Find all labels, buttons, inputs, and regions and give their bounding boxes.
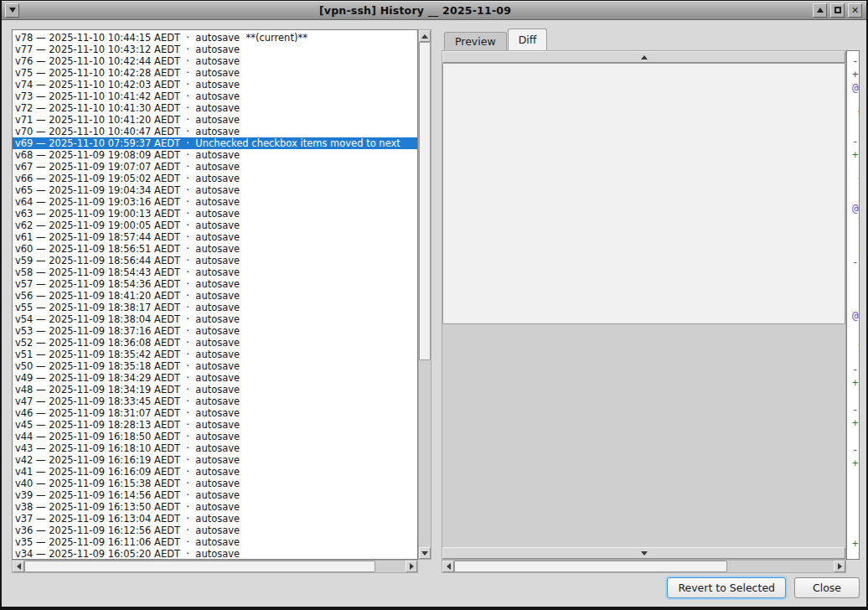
window-body: v78 — 2025-11-10 10:44:15 AEDT · autosav…: [2, 20, 866, 607]
history-row[interactable]: v60 — 2025-11-09 18:56:51 AEDT · autosav…: [15, 243, 417, 255]
diff-line: [852, 430, 859, 443]
history-row[interactable]: v42 — 2025-11-09 16:16:19 AEDT · autosav…: [15, 454, 417, 466]
close-icon: ✕: [851, 6, 859, 15]
history-row[interactable]: v51 — 2025-11-09 18:35:42 AEDT · autosav…: [15, 349, 417, 360]
diff-panel: Preview Diff --- current+++ selected@@ -…: [442, 28, 860, 573]
history-row[interactable]: v38 — 2025-11-09 16:13:50 AEDT · autosav…: [15, 501, 417, 513]
history-row[interactable]: v62 — 2025-11-09 19:00:05 AEDT · autosav…: [15, 220, 417, 231]
scroll-left-button[interactable]: [442, 561, 454, 572]
history-row[interactable]: v73 — 2025-11-10 10:41:42 AEDT · autosav…: [15, 90, 417, 102]
history-row[interactable]: v44 — 2025-11-09 16:18:50 AEDT · autosav…: [15, 431, 417, 442]
history-row[interactable]: v66 — 2025-11-09 19:05:02 AEDT · autosav…: [15, 173, 417, 184]
tab-diff[interactable]: Diff: [508, 28, 548, 50]
history-row[interactable]: v56 — 2025-11-09 18:41:20 AEDT · autosav…: [15, 290, 417, 302]
diff-text[interactable]: --- current+++ selected@@ -2,7 +2,7 @@ W…: [846, 50, 860, 560]
close-button[interactable]: Close: [794, 577, 860, 598]
scrollbar-track[interactable]: [442, 63, 845, 547]
history-row[interactable]: v36 — 2025-11-09 16:12:56 AEDT · autosav…: [15, 525, 417, 536]
diff-line: - You can search for words on all pages,…: [852, 403, 859, 416]
diff-line: @@ -13,7 +13,6 @@: [852, 202, 859, 215]
history-panel: v78 — 2025-11-10 10:44:15 AEDT · autosav…: [12, 29, 431, 573]
close-window-button[interactable]: ✕: [848, 3, 862, 18]
history-row[interactable]: v74 — 2025-11-10 10:42:03 AEDT · autosav…: [15, 79, 417, 90]
diff-line: [852, 390, 859, 403]
diff-line: can go here as well.: [852, 349, 859, 363]
history-row[interactable]: v49 — 2025-11-09 18:34:29 AEDT · autosav…: [15, 372, 417, 384]
diff-line: +: [852, 537, 859, 551]
window-menu-button[interactable]: [5, 3, 19, 18]
scroll-down-button[interactable]: [442, 547, 845, 559]
scroll-up-button[interactable]: [419, 30, 431, 42]
history-horizontal-scrollbar[interactable]: [12, 560, 418, 573]
diff-line: This includes headings like the above,:: [852, 215, 859, 229]
scroll-up-button[interactable]: [442, 51, 845, 63]
history-row[interactable]: v35 — 2025-11-09 16:11:06 AEDT · autosav…: [15, 536, 417, 548]
diff-line: +++ selected: [852, 68, 859, 81]
scrollbar-corner: [846, 560, 860, 573]
scrollbar-track[interactable]: [419, 42, 431, 547]
history-row[interactable]: v37 — 2025-11-09 16:13:04 AEDT · autosav…: [15, 513, 417, 525]
shade-icon: [817, 8, 824, 13]
history-row[interactable]: v54 — 2025-11-09 18:38:04 AEDT · autosav…: [15, 313, 417, 325]
history-row[interactable]: v53 — 2025-11-09 18:37:16 AEDT · autosav…: [15, 325, 417, 337]
shade-button[interactable]: [813, 3, 827, 18]
history-row[interactable]: v61 — 2025-11-09 18:57:44 AEDT · autosav…: [15, 231, 417, 243]
history-row[interactable]: v41 — 2025-11-09 16:16:09 AEDT · autosav…: [15, 466, 417, 478]
history-row[interactable]: v58 — 2025-11-09 18:54:43 AEDT · autosav…: [15, 266, 417, 278]
scroll-left-button[interactable]: [13, 561, 24, 572]
scroll-down-button[interactable]: [419, 547, 431, 559]
history-row[interactable]: v40 — 2025-11-09 16:15:38 AEDT · autosav…: [15, 478, 417, 489]
diff-line: The data is fully encrypted at rest usin…: [852, 175, 859, 189]
history-row[interactable]: v67 — 2025-11-09 19:07:07 AEDT · autosav…: [15, 161, 417, 173]
history-row[interactable]: v46 — 2025-11-09 18:31:07 AEDT · autosav…: [15, 407, 417, 419]
history-row[interactable]: v72 — 2025-11-10 10:41:30 AEDT · autosav…: [15, 102, 417, 114]
scroll-right-button[interactable]: [406, 561, 417, 572]
history-list[interactable]: v78 — 2025-11-10 10:44:15 AEDT · autosav…: [12, 29, 418, 560]
history-row[interactable]: v69 — 2025-11-10 07:59:37 AEDT · Uncheck…: [13, 137, 418, 149]
history-row[interactable]: v65 — 2025-11-09 19:04:34 AEDT · autosav…: [15, 184, 417, 196]
history-row[interactable]: v48 — 2025-11-09 18:34:19 AEDT · autosav…: [15, 384, 417, 395]
scroll-right-button[interactable]: [834, 561, 845, 572]
history-row[interactable]: v59 — 2025-11-09 18:56:44 AEDT · autosav…: [15, 255, 417, 266]
scrollbar-corner: [418, 560, 431, 573]
history-row[interactable]: v63 — 2025-11-09 19:00:13 AEDT · autosav…: [15, 208, 417, 220]
history-row[interactable]: v71 — 2025-11-10 10:41:20 AEDT · autosav…: [15, 114, 417, 126]
scrollbar-track[interactable]: [24, 561, 406, 572]
maximize-button[interactable]: [830, 3, 845, 18]
diff-horizontal-scrollbar[interactable]: [442, 560, 846, 573]
history-row[interactable]: v55 — 2025-11-09 18:38:17 AEDT · autosav…: [15, 302, 417, 313]
scrollbar-thumb[interactable]: [419, 42, 431, 360]
history-row[interactable]: v43 — 2025-11-09 16:18:10 AEDT · autosav…: [15, 442, 417, 454]
history-row[interactable]: v45 — 2025-11-09 18:28:13 AEDT · autosav…: [15, 419, 417, 431]
history-row[interactable]: v75 — 2025-11-10 10:42:28 AEDT · autosav…: [15, 67, 417, 79]
diff-vertical-scrollbar[interactable]: [442, 50, 846, 560]
diff-line: - You can also search for words on the c…: [852, 443, 859, 457]
scrollbar-thumb[interactable]: [442, 63, 845, 324]
revert-to-selected-button[interactable]: Revert to Selected: [667, 577, 786, 598]
diff-line: Images are supported too!: [852, 483, 859, 497]
scrollbar-thumb[interactable]: [24, 561, 375, 572]
history-row[interactable]: v76 — 2025-11-10 10:42:44 AEDT · autosav…: [15, 55, 417, 67]
history-row[interactable]: v39 — 2025-11-09 16:14:56 AEDT · autosav…: [15, 489, 417, 501]
history-row[interactable]: v77 — 2025-11-10 10:43:12 AEDT · autosav…: [15, 44, 417, 55]
history-row[interactable]: v50 — 2025-11-09 18:35:18 AEDT · autosav…: [15, 360, 417, 372]
history-row[interactable]: v68 — 2025-11-09 19:08:09 AEDT · autosav…: [15, 149, 417, 161]
scrollbar-track[interactable]: [454, 561, 834, 572]
history-row[interactable]: v64 — 2025-11-09 19:03:16 AEDT · autosav…: [15, 196, 417, 208]
arrow-right-icon: [838, 563, 842, 570]
arrow-up-icon: [421, 34, 428, 39]
history-row[interactable]: v78 — 2025-11-10 10:44:15 AEDT · autosav…: [15, 32, 417, 44]
history-vertical-scrollbar[interactable]: [418, 29, 431, 560]
scrollbar-thumb[interactable]: [454, 561, 727, 572]
maximize-icon: [834, 7, 841, 13]
history-row[interactable]: v57 — 2025-11-09 18:54:36 AEDT · autosav…: [15, 278, 417, 290]
tab-preview[interactable]: Preview: [444, 32, 507, 50]
diff-line: There is full version control via the 'V…: [852, 551, 859, 560]
history-row[interactable]: v47 — 2025-11-09 18:33:45 AEDT · autosav…: [15, 395, 417, 407]
diff-line: Numbered lists: [852, 242, 859, 256]
history-row[interactable]: v52 — 2025-11-09 18:36:08 AEDT · autosav…: [15, 337, 417, 349]
notebook-tabbar: Preview Diff: [442, 28, 860, 50]
history-row[interactable]: v34 — 2025-11-09 16:05:20 AEDT · autosav…: [15, 548, 417, 560]
history-row[interactable]: v70 — 2025-11-10 10:40:47 AEDT · autosav…: [15, 126, 417, 137]
diff-line: + `: [852, 376, 859, 390]
